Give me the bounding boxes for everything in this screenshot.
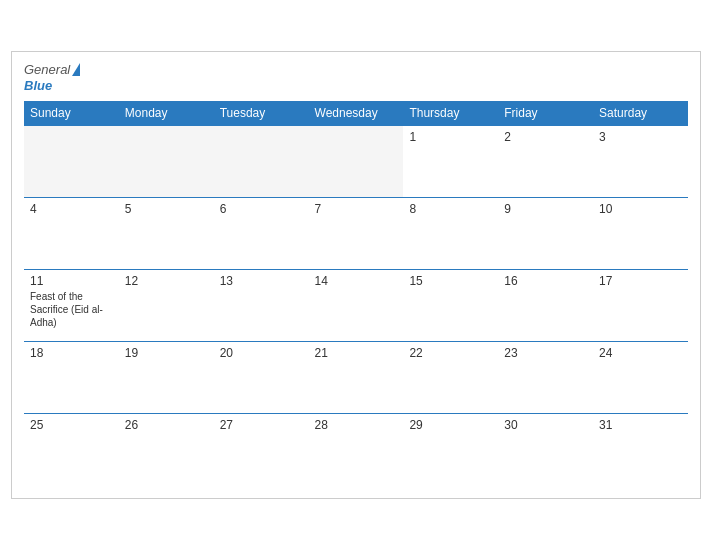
calendar-cell: 9 (498, 198, 593, 270)
calendar-cell: 18 (24, 342, 119, 414)
day-number: 31 (599, 418, 682, 432)
calendar-cell: 31 (593, 414, 688, 486)
day-number: 9 (504, 202, 587, 216)
weekday-header-friday: Friday (498, 101, 593, 126)
day-number: 7 (315, 202, 398, 216)
weekday-header-wednesday: Wednesday (309, 101, 404, 126)
day-number: 18 (30, 346, 113, 360)
day-number: 26 (125, 418, 208, 432)
calendar-cell: 15 (403, 270, 498, 342)
day-number: 28 (315, 418, 398, 432)
day-number: 12 (125, 274, 208, 288)
calendar-cell: 16 (498, 270, 593, 342)
weekday-header-saturday: Saturday (593, 101, 688, 126)
calendar-cell (119, 126, 214, 198)
weekday-header-tuesday: Tuesday (214, 101, 309, 126)
day-number: 27 (220, 418, 303, 432)
calendar-cell: 24 (593, 342, 688, 414)
calendar-cell: 7 (309, 198, 404, 270)
calendar-cell: 11Feast of the Sacrifice (Eid al-Adha) (24, 270, 119, 342)
day-number: 5 (125, 202, 208, 216)
calendar-week-row: 11Feast of the Sacrifice (Eid al-Adha)12… (24, 270, 688, 342)
holiday-label: Feast of the Sacrifice (Eid al-Adha) (30, 290, 113, 329)
calendar-cell: 29 (403, 414, 498, 486)
calendar-cell: 13 (214, 270, 309, 342)
weekday-header-sunday: Sunday (24, 101, 119, 126)
day-number: 22 (409, 346, 492, 360)
day-number: 24 (599, 346, 682, 360)
calendar-cell: 17 (593, 270, 688, 342)
calendar-cell (214, 126, 309, 198)
day-number: 2 (504, 130, 587, 144)
day-number: 3 (599, 130, 682, 144)
calendar-grid: SundayMondayTuesdayWednesdayThursdayFrid… (24, 101, 688, 486)
day-number: 4 (30, 202, 113, 216)
logo-blue-text: Blue (24, 78, 52, 94)
calendar-cell: 19 (119, 342, 214, 414)
day-number: 6 (220, 202, 303, 216)
calendar-cell (309, 126, 404, 198)
calendar-cell: 28 (309, 414, 404, 486)
day-number: 30 (504, 418, 587, 432)
calendar-cell (24, 126, 119, 198)
calendar-cell: 23 (498, 342, 593, 414)
day-number: 1 (409, 130, 492, 144)
day-number: 13 (220, 274, 303, 288)
day-number: 19 (125, 346, 208, 360)
calendar-container: General Blue SundayMondayTuesdayWednesda… (11, 51, 701, 499)
day-number: 23 (504, 346, 587, 360)
weekday-header-thursday: Thursday (403, 101, 498, 126)
calendar-week-row: 18192021222324 (24, 342, 688, 414)
day-number: 15 (409, 274, 492, 288)
weekday-header-monday: Monday (119, 101, 214, 126)
calendar-cell: 14 (309, 270, 404, 342)
calendar-cell: 26 (119, 414, 214, 486)
calendar-cell: 6 (214, 198, 309, 270)
calendar-cell: 12 (119, 270, 214, 342)
day-number: 14 (315, 274, 398, 288)
calendar-cell: 21 (309, 342, 404, 414)
calendar-header: General Blue (24, 62, 688, 93)
day-number: 16 (504, 274, 587, 288)
calendar-cell: 5 (119, 198, 214, 270)
logo: General Blue (24, 62, 80, 93)
calendar-cell: 25 (24, 414, 119, 486)
calendar-cell: 4 (24, 198, 119, 270)
calendar-week-row: 25262728293031 (24, 414, 688, 486)
day-number: 21 (315, 346, 398, 360)
calendar-cell: 27 (214, 414, 309, 486)
day-number: 8 (409, 202, 492, 216)
calendar-cell: 20 (214, 342, 309, 414)
calendar-cell: 8 (403, 198, 498, 270)
calendar-cell: 1 (403, 126, 498, 198)
day-number: 25 (30, 418, 113, 432)
calendar-cell: 10 (593, 198, 688, 270)
day-number: 29 (409, 418, 492, 432)
logo-general-text: General (24, 62, 70, 78)
calendar-cell: 30 (498, 414, 593, 486)
calendar-cell: 22 (403, 342, 498, 414)
day-number: 20 (220, 346, 303, 360)
calendar-week-row: 123 (24, 126, 688, 198)
calendar-week-row: 45678910 (24, 198, 688, 270)
day-number: 11 (30, 274, 113, 288)
calendar-cell: 2 (498, 126, 593, 198)
weekday-header-row: SundayMondayTuesdayWednesdayThursdayFrid… (24, 101, 688, 126)
day-number: 10 (599, 202, 682, 216)
day-number: 17 (599, 274, 682, 288)
calendar-cell: 3 (593, 126, 688, 198)
